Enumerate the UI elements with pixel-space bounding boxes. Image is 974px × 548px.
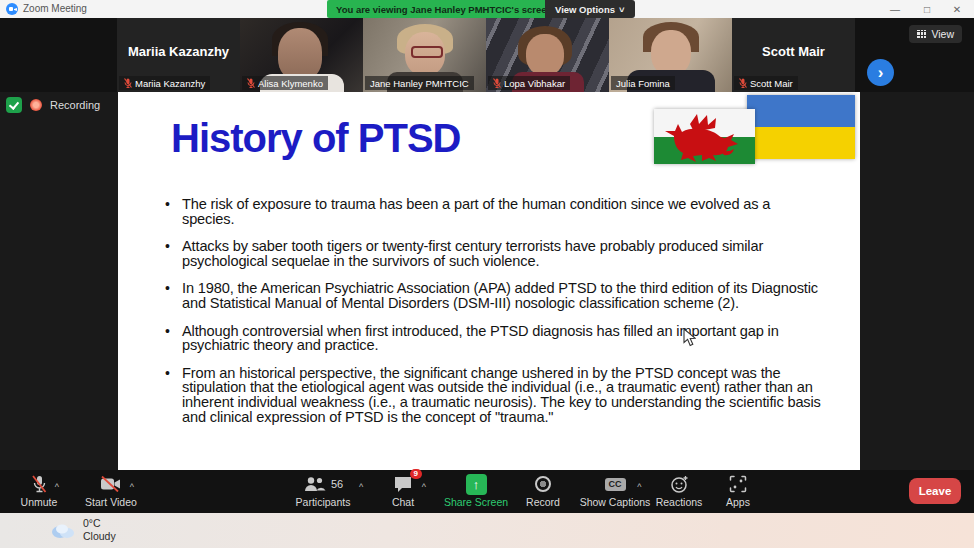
recording-label: Recording <box>50 99 100 111</box>
muted-mic-icon <box>124 78 132 88</box>
participants-button[interactable]: 56 ^ Participants <box>283 474 363 508</box>
unmute-button[interactable]: ^ Unmute <box>10 474 68 508</box>
participant-name-overlay: Mariia Kazanzhy <box>117 44 240 59</box>
viewing-screen-banner: You are viewing Jane Hanley PMHTCIC's sc… <box>327 0 561 18</box>
participants-count: 56 <box>331 478 343 490</box>
record-button[interactable]: Record <box>518 474 568 508</box>
participants-label: Participants <box>296 496 351 508</box>
zoom-logo-icon <box>6 3 18 15</box>
start-video-label: Start Video <box>85 496 137 508</box>
slide-bullet-list: The risk of exposure to trauma has been … <box>165 197 825 437</box>
reactions-smiley-icon <box>670 474 689 494</box>
participant-name-bar: Lopa Vibhakar <box>488 76 570 90</box>
slide-bullet: In 1980, the American Psychiatric Associ… <box>165 281 825 310</box>
recording-dot-icon <box>30 99 42 111</box>
participant-name: Jane Hanley PMHTCIC <box>370 78 469 89</box>
participant-name: Julia Fomina <box>616 78 670 89</box>
participant-name-bar: Scott Mair <box>734 76 798 90</box>
participants-icon: 56 ^ <box>303 474 343 494</box>
show-captions-label: Show Captions <box>580 496 651 508</box>
title-bar: Zoom Meeting You are viewing Jane Hanley… <box>0 0 974 18</box>
presentation-slide: History of PTSD The risk of exposure to … <box>118 92 860 470</box>
weather-widget[interactable]: 0°C Cloudy <box>50 517 116 543</box>
start-video-button[interactable]: ^ Start Video <box>76 474 146 508</box>
participant-name: Scott Mair <box>750 78 793 89</box>
share-screen-button[interactable]: ↑ Share Screen <box>438 474 514 508</box>
chat-label: Chat <box>392 496 414 508</box>
muted-mic-icon: ^ <box>31 474 47 494</box>
apps-label: Apps <box>726 496 750 508</box>
cloud-icon <box>50 521 76 539</box>
video-off-icon: ^ <box>100 474 122 494</box>
show-captions-button[interactable]: CC ^ Show Captions <box>572 474 658 508</box>
chevron-up-icon[interactable]: ^ <box>637 482 641 492</box>
participant-name: Alisa Klymenko <box>258 78 323 89</box>
record-label: Record <box>526 496 560 508</box>
minimize-button[interactable]: — <box>880 0 910 18</box>
reactions-button[interactable]: Reactions <box>648 474 710 508</box>
mouse-cursor <box>683 328 696 347</box>
unmute-label: Unmute <box>21 496 58 508</box>
wales-flag <box>654 109 755 164</box>
participant-tile[interactable]: Scott Mair Scott Mair <box>732 18 855 92</box>
slide-bullet: The risk of exposure to trauma has been … <box>165 197 825 226</box>
meeting-toolbar: ^ Unmute ^ Start Video 56 ^ Participants… <box>0 470 974 513</box>
chat-unread-badge: 9 <box>410 469 422 479</box>
reactions-label: Reactions <box>656 496 703 508</box>
slide-bullet: Attacks by saber tooth tigers or twenty-… <box>165 239 825 268</box>
muted-mic-icon <box>247 78 255 88</box>
participant-name-bar: Alisa Klymenko <box>242 76 328 90</box>
participant-name-bar: Jane Hanley PMHTCIC <box>365 76 474 90</box>
shared-screen-area: Recording History of PTSD The risk of ex… <box>0 92 974 470</box>
close-button[interactable]: ✕ <box>942 0 972 18</box>
zoom-meeting-window: Zoom Meeting You are viewing Jane Hanley… <box>0 0 974 548</box>
participant-tile[interactable]: Lopa Vibhakar <box>486 18 609 92</box>
windows-taskbar: 0°C Cloudy Пошук W 105 ^ <box>0 513 974 548</box>
slide-bullet: Although controversial when first introd… <box>165 324 825 353</box>
weather-temperature: 0°C <box>83 517 116 530</box>
participants-strip: Mariia Kazanzhy Mariia Kazanzhy Alisa Kl… <box>0 18 974 92</box>
weather-condition: Cloudy <box>83 530 116 543</box>
participant-tile-active-speaker[interactable]: Jane Hanley PMHTCIC <box>363 18 486 92</box>
view-options-label: View Options <box>555 4 615 15</box>
closed-captions-icon: CC <box>605 478 626 491</box>
participant-name: Lopa Vibhakar <box>504 78 565 89</box>
share-screen-icon: ↑ <box>466 474 487 495</box>
apps-button[interactable]: Apps <box>714 474 762 508</box>
security-shield-icon[interactable] <box>6 97 22 113</box>
participant-name: Mariia Kazanzhy <box>135 78 205 89</box>
window-title: Zoom Meeting <box>23 3 87 14</box>
slide-bullet: From an historical perspective, the sign… <box>165 366 825 424</box>
recording-indicator: Recording <box>6 97 100 113</box>
chevron-up-icon[interactable]: ^ <box>55 482 59 492</box>
view-label: View <box>931 28 954 40</box>
record-icon <box>535 476 551 492</box>
muted-mic-icon <box>493 78 501 88</box>
view-options-button[interactable]: View Options ˅ <box>545 0 635 18</box>
maximize-button[interactable]: □ <box>912 0 942 18</box>
slide-title: History of PTSD <box>171 116 460 161</box>
share-screen-label: Share Screen <box>444 496 508 508</box>
leave-button[interactable]: Leave <box>909 478 961 504</box>
chat-button[interactable]: 9 ^ Chat <box>380 474 426 508</box>
participant-name-bar: Julia Fomina <box>611 76 675 90</box>
chat-icon: 9 ^ <box>393 474 413 494</box>
chevron-down-icon: ˅ <box>619 4 625 15</box>
gallery-grid-icon <box>917 30 926 38</box>
chevron-up-icon[interactable]: ^ <box>422 482 426 492</box>
muted-mic-icon <box>739 78 747 88</box>
participant-tile[interactable]: Julia Fomina <box>609 18 732 92</box>
participant-tile[interactable]: Mariia Kazanzhy Mariia Kazanzhy <box>117 18 240 92</box>
chevron-up-icon[interactable]: ^ <box>359 482 363 492</box>
participant-name-bar: Mariia Kazanzhy <box>119 76 210 90</box>
welsh-dragon-icon <box>660 112 750 162</box>
participant-tile[interactable]: Alisa Klymenko <box>240 18 363 92</box>
apps-icon <box>729 474 747 494</box>
view-layout-button[interactable]: View <box>909 25 962 43</box>
chevron-up-icon[interactable]: ^ <box>130 482 134 492</box>
next-participants-button[interactable]: › <box>867 59 894 86</box>
participant-name-overlay: Scott Mair <box>732 44 855 59</box>
ukraine-flag <box>747 95 855 159</box>
